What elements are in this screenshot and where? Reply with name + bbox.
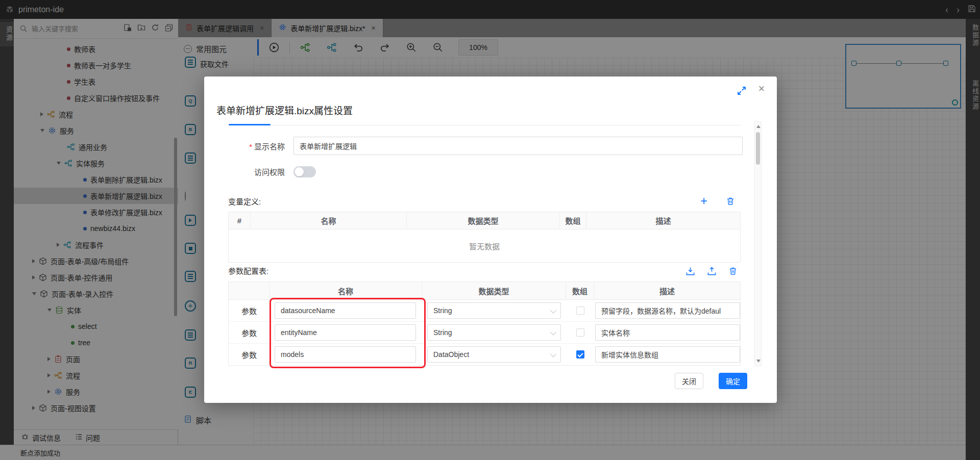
resources-vertical-tab[interactable]: 资源 xyxy=(0,22,14,46)
tree-item[interactable]: 教师表一对多学生 xyxy=(14,57,178,73)
tree-item[interactable]: newbiz44.bizx xyxy=(14,220,178,237)
zoom-level-indicator[interactable]: 100% xyxy=(458,39,498,56)
redo-button[interactable] xyxy=(378,41,391,54)
palette-item-icon[interactable]: B xyxy=(185,124,196,135)
expand-arrow-icon[interactable] xyxy=(40,112,43,116)
tree-item[interactable]: 页面-视图设置 xyxy=(14,400,178,416)
tree-item[interactable]: 流程 xyxy=(14,106,178,122)
expand-arrow-icon[interactable] xyxy=(57,243,60,247)
tree-item[interactable]: 服务 xyxy=(14,122,178,139)
debug-run-button[interactable] xyxy=(267,41,281,54)
tree-item[interactable]: 教师表 xyxy=(14,41,178,57)
array-checkbox[interactable] xyxy=(576,328,584,337)
tree-item[interactable]: 页面-表单-高级/布局组件 xyxy=(14,253,178,269)
palette-item-icon[interactable] xyxy=(185,329,196,341)
export-resource-icon[interactable] xyxy=(124,23,132,34)
close-button[interactable]: 关闭 xyxy=(675,373,703,389)
param-name-input[interactable] xyxy=(275,302,416,319)
param-type-select[interactable]: String xyxy=(427,302,561,319)
tree-item-selected[interactable]: 表单新增扩展逻辑.bizx xyxy=(14,188,178,204)
collapse-arrow-icon[interactable] xyxy=(32,292,36,295)
scroll-up-arrow-icon[interactable] xyxy=(756,125,761,128)
close-tab-icon[interactable]: × xyxy=(260,24,264,32)
tree-item[interactable]: 流程 xyxy=(14,367,178,384)
delete-param-button[interactable] xyxy=(727,265,739,276)
palette-item-stop-icon[interactable] xyxy=(185,243,196,254)
palette-section-common[interactable]: 常用图元 xyxy=(184,43,227,54)
tree-item[interactable]: tree xyxy=(14,335,178,351)
delete-variable-button[interactable] xyxy=(725,195,736,207)
zoom-out-button[interactable] xyxy=(431,41,445,54)
param-description-input[interactable] xyxy=(595,302,740,319)
nav-back-icon[interactable]: ‹ xyxy=(945,5,948,14)
collapse-arrow-icon[interactable] xyxy=(57,162,61,165)
expand-arrow-icon[interactable] xyxy=(32,275,35,279)
refresh-icon[interactable] xyxy=(151,23,159,34)
tree-item[interactable]: select xyxy=(14,318,178,335)
tree-item[interactable]: 页面-表单-录入控件 xyxy=(14,286,178,302)
collapse-section-icon[interactable] xyxy=(184,45,192,53)
tree-item[interactable]: 学生表 xyxy=(14,73,178,90)
param-name-input[interactable] xyxy=(275,346,416,363)
param-description-input[interactable] xyxy=(595,324,740,341)
maximize-icon[interactable] xyxy=(737,86,747,96)
collapse-arrow-icon[interactable] xyxy=(47,309,52,312)
palette-item-assign-icon[interactable] xyxy=(185,271,196,282)
collapse-section-icon[interactable] xyxy=(185,191,186,201)
minimap[interactable] xyxy=(845,44,961,109)
expand-arrow-icon[interactable] xyxy=(47,390,51,394)
palette-item-icon[interactable] xyxy=(185,57,196,68)
editor-tab[interactable]: 表单扩展逻辑调用 × xyxy=(178,19,272,37)
validate-flow-button[interactable] xyxy=(299,41,312,54)
datasource-vertical-tab[interactable]: 数据源 xyxy=(966,24,980,47)
layout-flow-button[interactable] xyxy=(325,41,338,54)
palette-item-icon[interactable]: Q xyxy=(185,95,196,107)
param-type-select[interactable]: String xyxy=(427,324,561,341)
add-folder-icon[interactable] xyxy=(137,23,145,34)
palette-section-script[interactable]: 脚本 xyxy=(184,415,211,425)
nav-forward-icon[interactable]: › xyxy=(957,5,960,14)
palette-item-service-icon[interactable]: ✲ xyxy=(185,300,196,312)
tree-item[interactable]: 表单修改扩展逻辑.bizx xyxy=(14,204,178,220)
collapse-all-icon[interactable] xyxy=(165,23,173,34)
add-variable-button[interactable]: + xyxy=(697,194,710,208)
undo-button[interactable] xyxy=(352,41,365,54)
debug-info-button[interactable]: 调试信息 xyxy=(21,432,61,443)
display-name-input[interactable] xyxy=(293,137,743,155)
palette-item-label[interactable]: 获取文件 xyxy=(200,59,229,69)
param-description-input[interactable] xyxy=(595,346,740,363)
palette-item-play-icon[interactable] xyxy=(185,215,196,226)
sidebar-scrollbar[interactable] xyxy=(174,138,177,316)
export-params-button[interactable] xyxy=(706,265,717,276)
expand-arrow-icon[interactable] xyxy=(32,406,35,410)
param-type-select[interactable]: DataObject xyxy=(427,346,561,363)
close-icon[interactable]: × xyxy=(755,83,768,95)
tree-item[interactable]: 自定义窗口操作按钮及事件 xyxy=(14,90,178,106)
expand-arrow-icon[interactable] xyxy=(32,259,35,263)
editor-tab-active[interactable]: 表单新增扩展逻辑.bizx* × xyxy=(272,19,383,37)
tree-item[interactable]: 流程事件 xyxy=(14,237,178,253)
tree-item[interactable]: 页面 xyxy=(14,351,178,367)
confirm-button[interactable]: 确定 xyxy=(719,373,747,389)
minimap-resize-handle-icon[interactable] xyxy=(952,99,958,106)
tree-item[interactable]: 页面-表单-控件通用 xyxy=(14,269,178,286)
tree-item[interactable]: 表单删除扩展逻辑.bizx xyxy=(14,171,178,188)
tree-item[interactable]: 通用业务 xyxy=(14,139,178,155)
tree-item[interactable]: 实体 xyxy=(14,302,178,318)
expand-arrow-icon[interactable] xyxy=(47,373,51,377)
array-checkbox[interactable] xyxy=(576,306,584,315)
tree-item[interactable]: 实体服务 xyxy=(14,155,178,171)
save-icon[interactable] xyxy=(968,5,976,15)
import-params-button[interactable] xyxy=(684,265,696,276)
problems-button[interactable]: 问题 xyxy=(75,432,100,443)
access-permission-toggle[interactable] xyxy=(293,166,316,177)
palette-item-icon[interactable] xyxy=(185,152,196,164)
dialog-scrollbar[interactable] xyxy=(754,121,762,366)
scrollbar-thumb[interactable] xyxy=(756,132,760,165)
offline-resource-vertical-tab[interactable]: 离线资源 xyxy=(966,80,980,111)
collapse-arrow-icon[interactable] xyxy=(40,129,44,132)
search-input[interactable] xyxy=(31,24,109,33)
close-tab-icon[interactable]: × xyxy=(371,24,375,32)
zoom-in-button[interactable] xyxy=(405,41,418,54)
array-checkbox-checked[interactable] xyxy=(576,350,584,359)
